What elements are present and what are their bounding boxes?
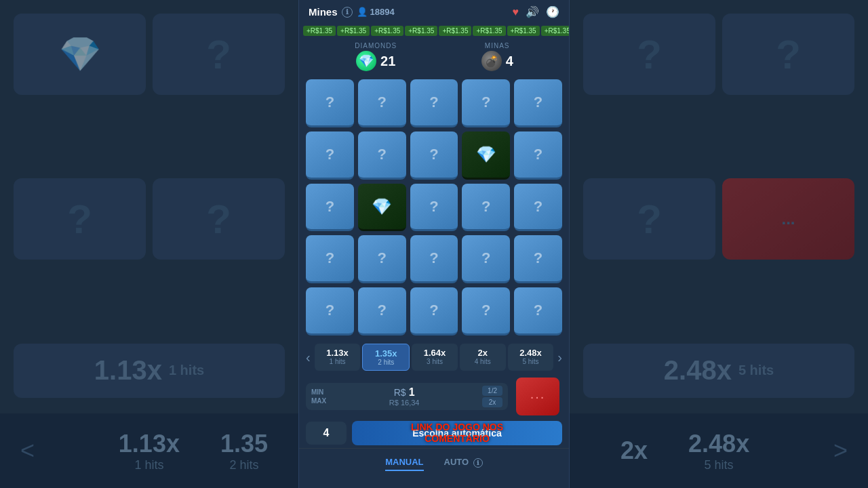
grid-cell-12[interactable]: ? xyxy=(410,184,458,232)
bet-section: MIN MAX R$ 1 R$ 16,34 1/2 2x ··· xyxy=(299,375,569,418)
grid-cell-24[interactable]: ? xyxy=(514,287,562,336)
bg-multiplier: 2.48x 5 hits xyxy=(688,430,749,472)
link-line1: LINK DO JOGO NOS xyxy=(411,422,503,433)
bomb-icon: 💣 xyxy=(481,51,502,71)
clock-icon[interactable]: 🕐 xyxy=(546,5,559,18)
tab-manual[interactable]: MANUAL xyxy=(385,457,423,471)
mult-prev-arrow[interactable]: ‹ xyxy=(302,350,315,365)
reward-badge: +R$1.35 xyxy=(371,26,403,36)
grid-cell-19[interactable]: ? xyxy=(514,235,562,283)
grid-cell-0[interactable]: ? xyxy=(306,79,354,127)
reward-badge: +R$1.35 xyxy=(541,26,569,36)
bg-cell-bottom-right: 2.48x 5 hits xyxy=(583,344,854,398)
game-grid: ? ? ? ? ? ? ? ? 💎 ? ? 💎 ? ? ? ? ? ? ? ? … xyxy=(299,75,569,340)
tab-auto[interactable]: AUTO ℹ xyxy=(444,457,483,471)
bet-amount[interactable]: 1 xyxy=(409,386,415,399)
grid-cell-7[interactable]: ? xyxy=(410,131,458,180)
bg-cell: ? xyxy=(583,14,715,95)
mult-option-2[interactable]: 1.64x 3 hits xyxy=(412,344,458,371)
user-icon: 👤 xyxy=(357,7,368,17)
mult-option-3[interactable]: 2x 4 hits xyxy=(460,344,506,371)
bg-cell: ? xyxy=(14,178,146,260)
stats-row: DIAMONDS 💎 21 MINAS 💣 4 xyxy=(299,38,569,75)
grid-cell-8-gem[interactable]: 💎 xyxy=(462,131,510,180)
bg-cell-red: ... xyxy=(722,178,854,260)
grid-cell-23[interactable]: ? xyxy=(462,287,510,336)
grid-cell-5[interactable]: ? xyxy=(306,131,354,180)
half-bet-btn[interactable]: 1/2 xyxy=(482,386,502,396)
bet-input-area: R$ 1 R$ 16,34 xyxy=(332,386,477,407)
bg-cell: ? xyxy=(153,14,285,95)
prev-arrow[interactable]: < xyxy=(20,436,35,465)
grid-cell-10[interactable]: ? xyxy=(306,184,354,232)
reward-badge: +R$1.35 xyxy=(405,26,437,36)
multiplier-options: 1.13x 1 hits 1.35x 2 hits 1.64x 3 hits 2… xyxy=(315,344,554,371)
grid-cell-11-gem[interactable]: 💎 xyxy=(358,184,406,232)
bet-row: MIN MAX R$ 1 R$ 16,34 1/2 2x xyxy=(306,383,508,410)
mode-tabs: MANUAL AUTO ℹ xyxy=(299,448,569,476)
grid-cell-13[interactable]: ? xyxy=(462,184,510,232)
grid-cell-18[interactable]: ? xyxy=(462,235,510,283)
reward-badge: +R$1.35 xyxy=(473,26,505,36)
user-count-group: 👤 18894 xyxy=(357,7,395,17)
next-arrow[interactable]: > xyxy=(833,436,848,465)
grid-cell-9[interactable]: ? xyxy=(514,131,562,180)
mines-stat: MINAS 💣 4 xyxy=(481,42,513,71)
header-icons: ♥ 🔊 🕐 xyxy=(513,5,560,18)
bet-quick-btns: 1/2 2x xyxy=(477,383,508,410)
max-btn[interactable]: MAX xyxy=(311,397,326,405)
mult-option-1[interactable]: 1.35x 2 hits xyxy=(362,344,410,371)
grid-cell-14[interactable]: ? xyxy=(514,184,562,232)
bet-currency: R$ xyxy=(394,387,406,398)
reward-badge: +R$1.35 xyxy=(439,26,471,36)
min-btn[interactable]: MIN xyxy=(311,388,326,396)
action-red-button[interactable]: ··· xyxy=(516,378,559,415)
game-panel: Mines ℹ 👤 18894 ♥ 🔊 🕐 +R$1.35 +R$1.35 +R… xyxy=(298,0,570,488)
bg-multiplier: 1.13x 1 hits xyxy=(119,430,180,472)
reward-badge: +R$1.35 xyxy=(507,26,540,36)
grid-cell-6[interactable]: ? xyxy=(358,131,406,180)
reward-badge: +R$1.35 xyxy=(337,26,370,36)
bet-min-max: MIN MAX xyxy=(306,386,332,407)
bg-multiplier: 1.35 2 hits xyxy=(220,430,268,472)
sound-icon[interactable]: 🔊 xyxy=(526,5,539,18)
game-title-group: Mines ℹ 👤 18894 xyxy=(309,6,395,18)
info-icon[interactable]: ℹ xyxy=(342,7,353,18)
bet-total: R$ 16,34 xyxy=(389,399,420,407)
double-bet-btn[interactable]: 2x xyxy=(482,397,502,407)
grid-cell-22[interactable]: ? xyxy=(410,287,458,336)
game-title: Mines xyxy=(309,6,338,18)
action-dots: ··· xyxy=(530,389,546,405)
diamonds-count: 21 xyxy=(380,54,395,69)
mult-next-arrow[interactable]: › xyxy=(553,350,566,365)
link-line2: COMENTÁRIO xyxy=(411,433,503,445)
reward-strip: +R$1.35 +R$1.35 +R$1.35 +R$1.35 +R$1.35 … xyxy=(299,24,569,38)
grid-cell-17[interactable]: ? xyxy=(410,235,458,283)
game-header: Mines ℹ 👤 18894 ♥ 🔊 🕐 xyxy=(299,0,569,24)
mines-count: 4 xyxy=(506,54,513,69)
mult-option-4[interactable]: 2.48x 5 hits xyxy=(508,344,554,371)
bg-cell: ? xyxy=(153,178,285,260)
user-count: 18894 xyxy=(370,7,395,17)
grid-cell-20[interactable]: ? xyxy=(306,287,354,336)
grid-cell-1[interactable]: ? xyxy=(358,79,406,127)
grid-cell-15[interactable]: ? xyxy=(306,235,354,283)
auto-info-icon[interactable]: ℹ xyxy=(473,458,483,468)
mines-count-input[interactable]: 4 xyxy=(306,422,347,445)
bg-multiplier: 2x xyxy=(620,436,648,465)
grid-cell-21[interactable]: ? xyxy=(358,287,406,336)
mult-option-0[interactable]: 1.13x 1 hits xyxy=(315,344,361,371)
diamonds-stat: DIAMONDS 💎 21 xyxy=(355,42,397,71)
grid-cell-4[interactable]: ? xyxy=(514,79,562,127)
reward-badge: +R$1.35 xyxy=(303,26,336,36)
bg-cell-bottom-left: 1.13x 1 hits xyxy=(14,344,285,398)
mines-row: 4 Escolha automática LINK DO JOGO NOS CO… xyxy=(299,418,569,448)
grid-cell-3[interactable]: ? xyxy=(462,79,510,127)
heart-icon[interactable]: ♥ xyxy=(513,6,519,18)
grid-cell-2[interactable]: ? xyxy=(410,79,458,127)
bg-cell: 💎 xyxy=(14,14,146,95)
multiplier-row: ‹ 1.13x 1 hits 1.35x 2 hits 1.64x 3 hits… xyxy=(299,340,569,375)
auto-play-button[interactable]: Escolha automática LINK DO JOGO NOS COME… xyxy=(352,421,562,445)
grid-cell-16[interactable]: ? xyxy=(358,235,406,283)
link-overlay: LINK DO JOGO NOS COMENTÁRIO xyxy=(411,422,503,445)
